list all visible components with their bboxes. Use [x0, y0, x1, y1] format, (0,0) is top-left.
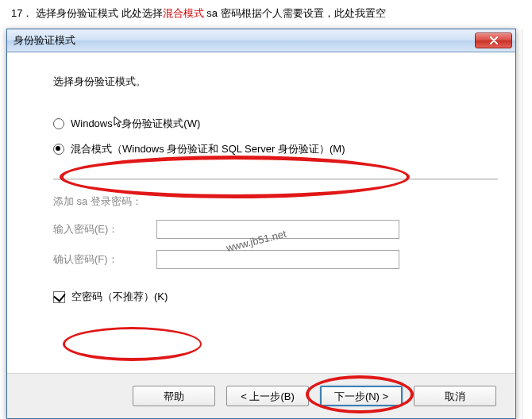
help-button[interactable]: 帮助 [133, 386, 215, 406]
back-button[interactable]: < 上一步(B) [226, 386, 309, 406]
enter-password-input [156, 220, 399, 239]
caption-post: sa 密码根据个人需要设置，此处我置空 [206, 7, 385, 19]
separator [53, 179, 498, 180]
titlebar[interactable]: 身份验证模式 [7, 29, 515, 52]
enter-password-label: 输入密码(E)： [53, 222, 156, 236]
dialog-authentication-mode: 身份验证模式 选择身份验证模式。 Windows 身份验证模式(W) 混合模式（… [6, 29, 516, 419]
radio-icon [53, 118, 64, 129]
close-button[interactable] [475, 33, 512, 48]
caption-pre: 选择身份验证模式 此处选择 [36, 7, 163, 19]
radio-windows-label: Windows 身份验证模式(W) [71, 116, 200, 131]
add-sa-password-label: 添加 sa 登录密码： [53, 194, 498, 209]
cursor-icon [114, 116, 123, 131]
button-bar: 帮助 < 上一步(B) 下一步(N) > 取消 [7, 373, 515, 418]
cancel-button[interactable]: 取消 [414, 386, 496, 406]
checkbox-icon [53, 291, 65, 303]
caption-highlight: 混合模式 [163, 7, 204, 19]
checkbox-empty-password[interactable]: 空密码（不推荐）(K) [53, 290, 498, 304]
radio-icon [53, 144, 64, 155]
confirm-password-label: 确认密码(F)： [53, 252, 156, 267]
annotation-ellipse-mixed [60, 156, 410, 198]
section-heading: 选择身份验证模式。 [53, 75, 498, 89]
confirm-password-input [156, 250, 399, 269]
radio-mixed-auth[interactable]: 混合模式（Windows 身份验证和 SQL Server 身份验证）(M) [53, 142, 498, 156]
radio-mixed-label: 混合模式（Windows 身份验证和 SQL Server 身份验证）(M) [71, 142, 345, 156]
step-number: 17． [11, 7, 33, 19]
annotation-ellipse-emptypw [63, 327, 202, 361]
step-caption: 17． 选择身份验证模式 此处选择混合模式 sa 密码根据个人需要设置，此处我置… [0, 0, 532, 21]
radio-windows-auth[interactable]: Windows 身份验证模式(W) [53, 116, 498, 131]
window-title: 身份验证模式 [13, 33, 475, 48]
checkbox-empty-password-label: 空密码（不推荐）(K) [71, 290, 168, 304]
next-button[interactable]: 下一步(N) > [320, 386, 403, 406]
close-icon [489, 37, 499, 44]
